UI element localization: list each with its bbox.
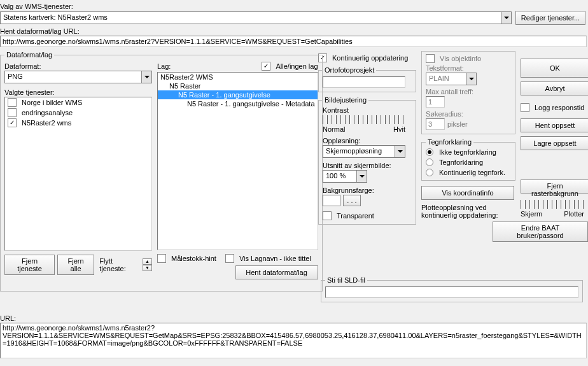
piksler-label: piksler xyxy=(447,120,468,128)
opplosning-value: Skjermoppløsning xyxy=(323,146,405,156)
lag-label: Lag: xyxy=(157,62,171,70)
opplosning-label: Oppløsning: xyxy=(323,137,412,144)
ortofoto-fieldset: Ortofotoprosjekt xyxy=(318,66,416,92)
tekstformat-select: PLAIN xyxy=(426,73,477,85)
service-list-item[interactable]: ✓N5Raster2 wms xyxy=(5,118,151,128)
fjern-alle-button[interactable]: Fjern alle xyxy=(57,255,94,275)
valgte-tjenester-label: Valgte tjenester: xyxy=(4,88,152,96)
lagre-oppsett-button[interactable]: Lagre oppsett xyxy=(521,136,588,150)
plotte-slider[interactable] xyxy=(521,200,584,209)
opplosning-select[interactable]: Skjermoppløsning xyxy=(323,145,405,158)
ortofoto-input[interactable] xyxy=(323,76,405,88)
transparent-checkbox[interactable]: Transparent xyxy=(323,211,412,220)
skjerm-label: Skjerm xyxy=(521,210,542,218)
dataformat-value: PNG xyxy=(5,71,151,81)
service-list-item[interactable]: endringsanalyse xyxy=(5,108,151,118)
tegnforklaring-legend: Tegnforklaring xyxy=(426,138,473,146)
service-select[interactable]: Statens kartverk: N5Raster2 wms xyxy=(0,11,512,24)
layer-list-item[interactable]: N5Raster2 WMS xyxy=(158,73,318,81)
ortofoto-legend: Ortofotoprosjekt xyxy=(323,66,376,74)
dropdown-icon xyxy=(501,12,511,24)
vis-objektinfo-checkbox[interactable]: Vis objektinfo xyxy=(426,54,511,63)
layer-list-item[interactable]: N5 Raster - 1. gangsutgivelse xyxy=(158,90,318,99)
hvit-label: Hvit xyxy=(393,125,405,133)
avbryt-button[interactable]: Avbryt xyxy=(521,81,588,95)
valgte-tjenester-list[interactable]: Norge i bilder WMSendringsanalyse✓N5Rast… xyxy=(4,97,152,251)
sld-legend: Sti til SLD-fil xyxy=(325,276,367,284)
url-label: Hent dataformat/lag URL: xyxy=(0,27,585,35)
tegnforklaring-fieldset: Tegnforklaring Ikke tegnforklaring Tegnf… xyxy=(421,138,515,181)
dataformat-label: Dataformat: xyxy=(4,62,152,70)
rediger-tjenester-button[interactable]: Rediger tjenester... xyxy=(515,11,585,25)
sld-input[interactable] xyxy=(325,286,578,298)
color-picker-button[interactable]: . . . xyxy=(343,195,361,206)
max-treff-label: Max antall treff: xyxy=(426,88,511,95)
malestokk-hint-checkbox[interactable]: Målestokk-hint xyxy=(157,254,216,263)
dropdown-icon xyxy=(141,71,151,83)
service-list-item[interactable]: Norge i bilder WMS xyxy=(5,97,151,108)
bakgrunn-swatch xyxy=(323,195,340,206)
checkbox-icon: ✓ xyxy=(8,118,17,127)
checkbox-icon xyxy=(8,98,17,107)
bildejustering-legend: Bildejustering xyxy=(323,96,368,104)
max-treff-input xyxy=(426,96,445,108)
vis-lagnavn-checkbox[interactable]: Vis Lagnavn - ikke tittel xyxy=(225,254,311,263)
sld-fieldset: Sti til SLD-fil xyxy=(321,276,583,302)
capabilities-url-input[interactable] xyxy=(0,36,587,47)
sokeradius-label: Søkeradius: xyxy=(426,110,511,118)
utsnitt-select[interactable]: 100 % xyxy=(323,170,367,183)
tekstformat-label: Tekstformat: xyxy=(426,64,511,72)
checkbox-icon xyxy=(8,108,17,117)
kontrast-label: Kontrast xyxy=(323,106,412,114)
tegnforklaring-radio[interactable]: Tegnforklaring xyxy=(426,158,511,166)
layer-list-item[interactable]: N5 Raster xyxy=(158,81,318,90)
normal-label: Normal xyxy=(323,125,345,133)
fjern-rasterbakgrunn-button[interactable]: Fjern rasterbakgrunn xyxy=(521,179,588,194)
valg-wms-label: Valg av WMS-tjenester: xyxy=(0,3,585,10)
kontinuerlig-oppdatering-checkbox[interactable]: ✓Kontinuerlig oppdatering xyxy=(318,53,416,62)
plotter-label: Plotter xyxy=(564,210,584,218)
bakgrunn-label: Bakgrunnsfarge: xyxy=(323,187,412,194)
vis-koordinatinfo-button[interactable]: Vis koordinatinfo xyxy=(421,186,514,200)
dataformat-select[interactable]: PNG xyxy=(4,71,152,83)
sokeradius-input xyxy=(426,118,445,130)
bildejustering-fieldset: Bildejustering Kontrast Normal Hvit Oppl… xyxy=(318,96,416,225)
utsnitt-label: Utsnitt av skjermbilde: xyxy=(323,162,412,169)
objektinfo-fieldset: Vis objektinfo Tekstformat: PLAIN Max an… xyxy=(421,51,515,134)
alle-ingen-lag-checkbox[interactable]: ✓Alle/ingen lag xyxy=(262,62,318,71)
lag-listbox[interactable]: N5Raster2 WMSN5 RasterN5 Raster - 1. gan… xyxy=(157,72,318,250)
service-select-value: Statens kartverk: N5Raster2 wms xyxy=(1,12,511,22)
flytt-tjeneste-spinner[interactable]: ▲▼ xyxy=(143,258,152,271)
logg-responstid-checkbox[interactable]: Logg responstid xyxy=(521,103,585,112)
dropdown-icon xyxy=(466,73,476,85)
hent-oppsett-button[interactable]: Hent oppsett xyxy=(521,118,588,132)
layer-list-item[interactable]: N5 Raster - 1. gangsutgivelse - Metadata xyxy=(158,99,318,108)
dropdown-icon xyxy=(395,146,405,157)
dataformat-lag-fieldset: Dataformat/lag Dataformat: PNG Valgte tj… xyxy=(0,51,323,292)
ikke-tegnforklaring-radio[interactable]: Ikke tegnforklaring xyxy=(426,148,511,156)
kontrast-slider[interactable] xyxy=(323,115,405,124)
ok-button[interactable]: OK xyxy=(521,59,588,78)
getmap-url-textarea[interactable] xyxy=(0,323,587,358)
flytt-tjeneste-label: Flytt tjeneste: xyxy=(99,257,140,272)
hent-dataformat-button[interactable]: Hent dataformat/lag xyxy=(235,265,318,279)
kontinuerlig-tegnfork-radio[interactable]: Kontinuerlig tegnfork. xyxy=(426,169,511,176)
dropdown-icon xyxy=(356,171,367,182)
dataformat-lag-legend: Dataformat/lag xyxy=(4,51,54,59)
url-bottom-label: URL: xyxy=(0,314,588,322)
fjern-tjeneste-button[interactable]: Fjern tjeneste xyxy=(4,255,55,275)
endre-baat-button[interactable]: Endre BAAT bruker/passord xyxy=(493,222,588,242)
